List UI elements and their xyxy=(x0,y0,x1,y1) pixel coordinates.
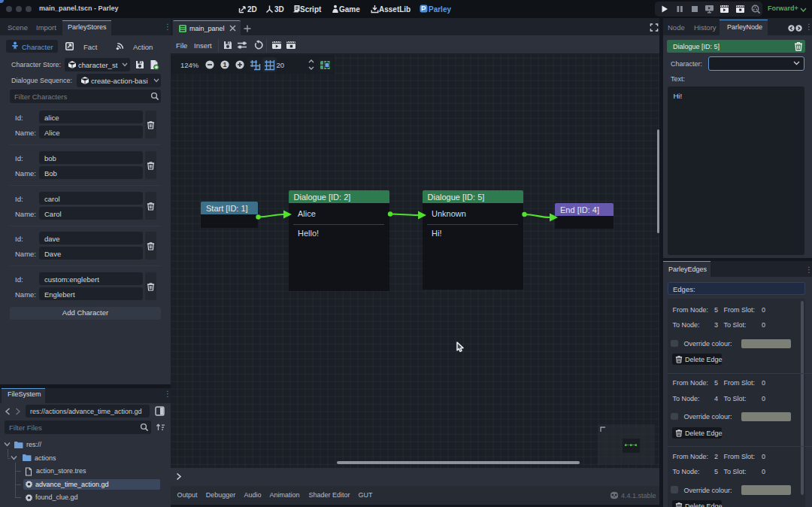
svg-text:1: 1 xyxy=(223,61,226,68)
